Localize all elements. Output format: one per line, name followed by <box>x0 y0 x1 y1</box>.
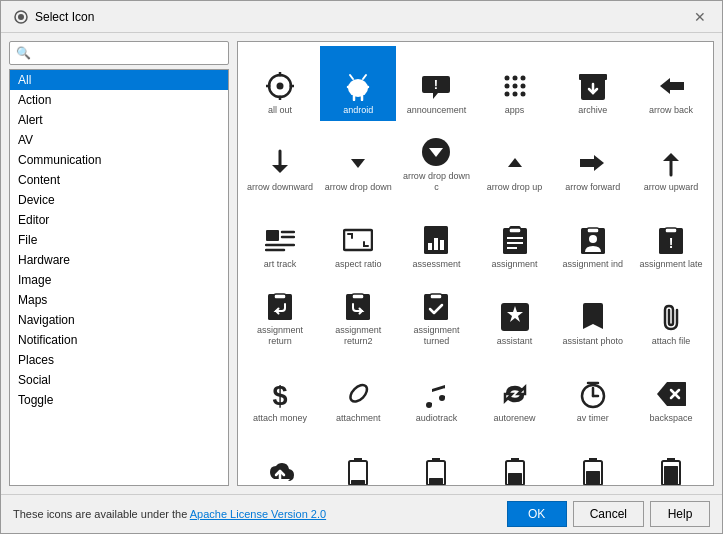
category-item[interactable]: Maps <box>10 290 228 310</box>
close-button[interactable]: ✕ <box>690 7 710 27</box>
icon-symbol <box>265 456 295 486</box>
icon-label: assignment turned <box>401 325 471 347</box>
category-item[interactable]: Action <box>10 90 228 110</box>
icon-cell[interactable]: assistant photo <box>555 277 631 352</box>
svg-point-26 <box>520 92 525 97</box>
category-item[interactable]: Image <box>10 270 228 290</box>
icon-cell[interactable]: arrow drop up <box>476 123 552 198</box>
icon-cell[interactable]: battery 30 <box>398 431 474 486</box>
icon-cell[interactable]: battery 50 <box>476 431 552 486</box>
svg-point-10 <box>361 83 364 86</box>
category-item[interactable]: File <box>10 230 228 250</box>
icon-cell[interactable]: !assignment late <box>633 200 709 275</box>
svg-point-9 <box>352 83 355 86</box>
icon-cell[interactable]: $attach money <box>242 354 318 429</box>
icon-cell[interactable]: backspace <box>633 354 709 429</box>
category-item[interactable]: Navigation <box>10 310 228 330</box>
icon-cell[interactable]: arrow forward <box>555 123 631 198</box>
icon-label: aspect ratio <box>335 259 382 270</box>
icon-symbol <box>656 71 686 101</box>
svg-marker-33 <box>508 158 522 167</box>
icon-cell[interactable]: aspect ratio <box>320 200 396 275</box>
category-item[interactable]: Notification <box>10 330 228 350</box>
category-item[interactable]: Device <box>10 190 228 210</box>
svg-rect-79 <box>511 458 519 462</box>
category-item[interactable]: Communication <box>10 150 228 170</box>
icon-cell[interactable]: attach file <box>633 277 709 352</box>
icon-cell[interactable]: all out <box>242 46 318 121</box>
icon-symbol <box>578 302 608 332</box>
icon-label: arrow downward <box>247 182 313 193</box>
category-item[interactable]: Alert <box>10 110 228 130</box>
icon-cell[interactable]: art track <box>242 200 318 275</box>
svg-point-22 <box>512 84 517 89</box>
icon-cell[interactable]: arrow back <box>633 46 709 121</box>
icon-symbol <box>265 291 295 321</box>
icon-cell[interactable]: battery 20 <box>320 431 396 486</box>
icon-cell[interactable]: assignment ind <box>555 200 631 275</box>
icon-cell[interactable]: av timer <box>555 354 631 429</box>
icon-label: assignment ind <box>562 259 623 270</box>
icon-cell[interactable]: autorenew <box>476 354 552 429</box>
icon-label: art track <box>264 259 297 270</box>
category-item[interactable]: All <box>10 70 228 90</box>
icon-cell[interactable]: backup <box>242 431 318 486</box>
icon-label: arrow forward <box>565 182 620 193</box>
license-link[interactable]: Apache License Version 2.0 <box>190 508 326 520</box>
category-item[interactable]: Hardware <box>10 250 228 270</box>
dialog-content: AllActionAlertAVCommunicationContentDevi… <box>1 33 722 494</box>
icon-label: assessment <box>412 259 460 270</box>
svg-point-24 <box>504 92 509 97</box>
icon-symbol <box>578 71 608 101</box>
icon-cell[interactable]: assistant <box>476 277 552 352</box>
icon-label: attachment <box>336 413 381 424</box>
bottom-bar: These icons are available under the Apac… <box>1 494 722 533</box>
category-item[interactable]: AV <box>10 130 228 150</box>
icon-cell[interactable]: assignment return2 <box>320 277 396 352</box>
icon-cell[interactable]: arrow drop down c <box>398 123 474 198</box>
icon-label: arrow drop down <box>325 182 392 193</box>
icon-cell[interactable]: battery 60 <box>555 431 631 486</box>
category-item[interactable]: Social <box>10 370 228 390</box>
icon-label: autorenew <box>494 413 536 424</box>
icon-cell[interactable]: !announcement <box>398 46 474 121</box>
icon-symbol <box>421 291 451 321</box>
icon-cell[interactable]: arrow drop down <box>320 123 396 198</box>
svg-rect-85 <box>667 458 675 462</box>
svg-text:!: ! <box>434 77 438 92</box>
title-bar-left: Select Icon <box>13 9 94 25</box>
search-input[interactable] <box>9 41 229 65</box>
icon-cell[interactable]: assignment turned <box>398 277 474 352</box>
icon-cell[interactable]: attachment <box>320 354 396 429</box>
category-item[interactable]: Toggle <box>10 390 228 410</box>
icon-symbol <box>661 456 681 486</box>
ok-button[interactable]: OK <box>507 501 567 527</box>
icon-cell[interactable]: arrow upward <box>633 123 709 198</box>
svg-marker-30 <box>351 159 365 168</box>
svg-point-52 <box>589 235 597 243</box>
icon-cell[interactable]: audiotrack <box>398 354 474 429</box>
category-item[interactable]: Content <box>10 170 228 190</box>
icon-cell[interactable]: android <box>320 46 396 121</box>
icon-cell[interactable]: arrow downward <box>242 123 318 198</box>
icon-cell[interactable]: assignment return <box>242 277 318 352</box>
svg-point-23 <box>520 84 525 89</box>
icon-label: assignment <box>492 259 538 270</box>
icon-symbol <box>343 71 373 101</box>
category-item[interactable]: Editor <box>10 210 228 230</box>
icon-symbol: ! <box>656 225 686 255</box>
cancel-button[interactable]: Cancel <box>573 501 644 527</box>
icon-symbol <box>656 379 686 409</box>
svg-rect-57 <box>274 294 286 299</box>
icon-symbol <box>578 148 608 178</box>
icon-cell[interactable]: battery 80 <box>633 431 709 486</box>
icon-cell[interactable]: apps <box>476 46 552 121</box>
icon-cell[interactable]: archive <box>555 46 631 121</box>
icon-cell[interactable]: assignment <box>476 200 552 275</box>
category-item[interactable]: Places <box>10 350 228 370</box>
help-button[interactable]: Help <box>650 501 710 527</box>
icon-symbol <box>500 71 530 101</box>
icon-cell[interactable]: assessment <box>398 200 474 275</box>
icon-symbol <box>265 71 295 101</box>
license-text: These icons are available under the Apac… <box>13 508 326 520</box>
